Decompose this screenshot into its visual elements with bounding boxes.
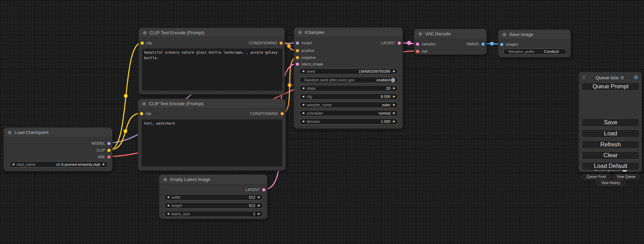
output-slot-vae[interactable]: VAE: [98, 154, 111, 159]
collapse-dot-icon[interactable]: [8, 131, 11, 134]
node-clip-text-encode-positive[interactable]: CLIP Text Encode (Prompt) clip CONDITION…: [139, 28, 285, 94]
widget-denoise[interactable]: ◀ denoise 1.000 ▶: [299, 118, 398, 125]
collapse-dot-icon[interactable]: [164, 178, 167, 181]
output-slot-latent[interactable]: LATENT: [246, 187, 265, 192]
load-button[interactable]: Load: [582, 129, 639, 138]
node-header[interactable]: Empty Latent Image: [159, 175, 267, 184]
image-slot-icon[interactable]: [482, 43, 485, 46]
node-clip-text-encode-negative[interactable]: CLIP Text Encode (Prompt) clip CONDITION…: [138, 99, 286, 171]
increment-arrow-icon[interactable]: ▶: [393, 120, 395, 123]
node-header[interactable]: CLIP Text Encode (Prompt): [138, 99, 285, 109]
increment-arrow-icon[interactable]: ▶: [258, 196, 260, 199]
widget-ckpt-name[interactable]: ◀ ckpt_name v1-5-pruned-emaonly.ckpt ▶: [9, 161, 108, 168]
model-slot-icon[interactable]: [107, 142, 111, 145]
decrement-arrow-icon[interactable]: ◀: [302, 120, 304, 123]
gear-icon[interactable]: ⚙: [634, 74, 638, 81]
clip-slot-icon[interactable]: [140, 112, 143, 115]
input-slot-negative[interactable]: negative: [296, 55, 316, 60]
node-header[interactable]: Load Checkpoint: [4, 128, 112, 137]
output-slot-conditioning[interactable]: CONDITIONING: [249, 40, 283, 45]
node-ksampler[interactable]: KSampler model positive negative latent_…: [294, 27, 403, 129]
toggle-knob-icon[interactable]: [391, 78, 395, 82]
latent-slot-icon[interactable]: [262, 188, 265, 191]
widget-width[interactable]: ◀ width 512 ▶: [164, 194, 263, 200]
prev-option-arrow-icon[interactable]: ◀: [302, 112, 304, 115]
conditioning-slot-icon[interactable]: [280, 42, 283, 45]
input-slot-vae[interactable]: vae: [416, 49, 428, 54]
decrement-arrow-icon[interactable]: ◀: [302, 87, 304, 90]
node-save-image[interactable]: Save Image images filename_prefix ComfyU…: [498, 29, 571, 57]
increment-arrow-icon[interactable]: ▶: [258, 204, 260, 207]
latent-slot-icon[interactable]: [296, 63, 299, 66]
comfyui-canvas[interactable]: { "colors": { "model": "#B39DDB", "clip"…: [0, 0, 644, 244]
prompt-textarea[interactable]: beautiful scenery nature glass bottle la…: [142, 48, 282, 91]
increment-arrow-icon[interactable]: ▶: [103, 163, 105, 166]
load-default-button[interactable]: Load Default: [582, 162, 639, 170]
model-slot-icon[interactable]: [296, 42, 299, 45]
clip-slot-icon[interactable]: [107, 149, 111, 152]
vae-slot-icon[interactable]: [107, 155, 111, 159]
collapse-dot-icon[interactable]: [418, 32, 422, 36]
widget-cfg[interactable]: ◀ cfg 8.000 ▶: [299, 93, 398, 100]
node-header[interactable]: KSampler: [294, 28, 403, 37]
widget-seed[interactable]: ◀ seed 156680208700286 ▶: [299, 68, 398, 74]
output-slot-clip[interactable]: CLIP: [97, 148, 111, 153]
node-vae-decode[interactable]: VAE Decode samples vae IMAGE: [414, 29, 487, 55]
view-queue-button[interactable]: View Queue: [613, 174, 639, 179]
input-slot-images[interactable]: images: [500, 42, 518, 47]
collapse-dot-icon[interactable]: [143, 31, 147, 35]
refresh-button[interactable]: Refresh: [582, 141, 639, 149]
increment-arrow-icon[interactable]: ▶: [393, 95, 395, 98]
prev-option-arrow-icon[interactable]: ◀: [302, 103, 304, 106]
widget-height[interactable]: ◀ height 512 ▶: [164, 202, 263, 209]
conditioning-slot-icon[interactable]: [281, 112, 284, 115]
decrement-arrow-icon[interactable]: ◀: [167, 196, 169, 199]
image-slot-icon[interactable]: [500, 43, 503, 46]
collapse-dot-icon[interactable]: [298, 31, 302, 34]
decrement-arrow-icon[interactable]: ◀: [167, 213, 169, 215]
collapse-dot-icon[interactable]: [142, 102, 146, 106]
output-slot-image[interactable]: IMAGE: [467, 42, 485, 46]
save-button[interactable]: Save: [582, 118, 639, 127]
widget-filename-prefix[interactable]: filename_prefix ComfyUI: [503, 48, 566, 55]
collapse-dot-icon[interactable]: [503, 33, 506, 36]
clip-slot-icon[interactable]: [141, 42, 144, 45]
next-option-arrow-icon[interactable]: ▶: [393, 103, 395, 106]
latent-slot-icon[interactable]: [398, 42, 401, 45]
node-load-checkpoint[interactable]: Load Checkpoint MODEL CLIP VAE ◀ ckpt_na…: [3, 127, 113, 171]
input-slot-samples[interactable]: samples: [416, 42, 436, 46]
latent-slot-icon[interactable]: [416, 43, 419, 46]
node-header[interactable]: VAE Decode: [414, 29, 486, 39]
output-slot-conditioning[interactable]: CONDITIONING: [250, 111, 284, 116]
next-option-arrow-icon[interactable]: ▶: [393, 112, 395, 115]
input-slot-positive[interactable]: positive: [296, 48, 314, 53]
decrement-arrow-icon[interactable]: ◀: [302, 70, 304, 73]
prompt-textarea[interactable]: text, watermark: [142, 119, 282, 166]
widget-sampler-name[interactable]: ◀ sampler_name euler ▶: [299, 102, 398, 108]
queue-prompt-button[interactable]: Queue Prompt: [582, 82, 639, 91]
increment-arrow-icon[interactable]: ▶: [258, 213, 260, 215]
input-slot-model[interactable]: model: [296, 40, 312, 45]
decrement-arrow-icon[interactable]: ◀: [167, 204, 169, 207]
node-header[interactable]: CLIP Text Encode (Prompt): [139, 28, 284, 38]
input-slot-clip[interactable]: clip: [141, 40, 152, 45]
decrement-arrow-icon[interactable]: ◀: [12, 163, 14, 166]
vae-slot-icon[interactable]: [416, 50, 419, 53]
increment-arrow-icon[interactable]: ▶: [393, 87, 395, 90]
conditioning-slot-icon[interactable]: [296, 56, 299, 59]
queue-front-button[interactable]: Queue Front: [582, 174, 611, 179]
drag-handle-icon[interactable]: ⠿: [582, 75, 585, 80]
clear-button[interactable]: Clear: [582, 151, 639, 160]
output-slot-latent[interactable]: LATENT: [381, 40, 401, 45]
node-header[interactable]: Save Image: [499, 30, 571, 39]
conditioning-slot-icon[interactable]: [296, 49, 299, 52]
increment-arrow-icon[interactable]: ▶: [393, 70, 395, 73]
output-slot-model[interactable]: MODEL: [91, 141, 111, 146]
widget-steps[interactable]: ◀ steps 20 ▶: [299, 85, 398, 91]
node-empty-latent-image[interactable]: Empty Latent Image LATENT ◀ width 512 ▶ …: [159, 174, 267, 219]
widget-random-seed-toggle[interactable]: Random seed after every gen enabled: [299, 77, 398, 83]
input-slot-clip[interactable]: clip: [140, 111, 151, 116]
view-history-button[interactable]: View History: [596, 180, 625, 186]
decrement-arrow-icon[interactable]: ◀: [302, 95, 304, 98]
widget-scheduler[interactable]: ◀ scheduler normal ▶: [299, 110, 398, 116]
